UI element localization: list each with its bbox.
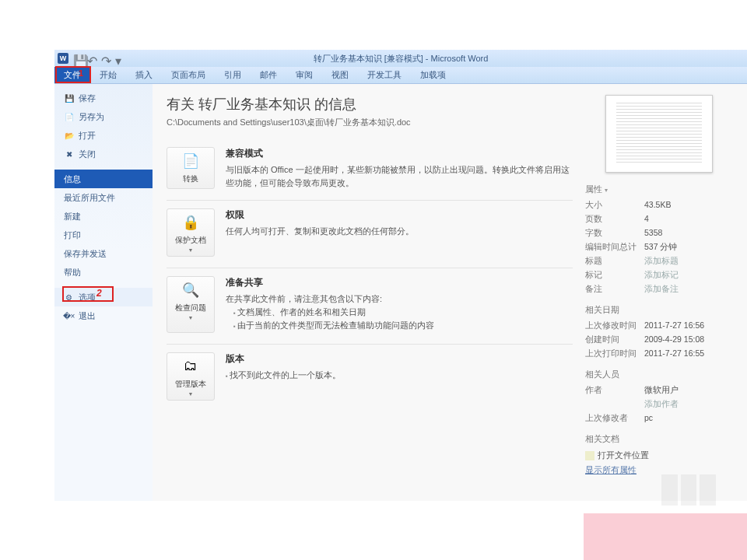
nav-save-send[interactable]: 保存并发送 <box>54 244 153 263</box>
perm-heading: 权限 <box>226 208 573 222</box>
related-people-heading: 相关人员 <box>585 369 733 380</box>
prop-pages-value: 4 <box>644 214 733 225</box>
manage-versions-tile[interactable]: 🗂 管理版本 ▼ <box>167 352 215 401</box>
properties-heading[interactable]: 属性 ▾ <box>585 184 733 195</box>
prop-printed-value: 2011-7-27 16:55 <box>644 348 733 359</box>
titlebar: W 💾 ↶ ↷ ▾ 转厂业务基本知识 [兼容模式] - Microsoft Wo… <box>54 50 747 67</box>
prop-tags-label: 标记 <box>585 270 644 281</box>
tab-references[interactable]: 引用 <box>215 67 251 83</box>
protect-document-tile[interactable]: 🔒 保护文档 ▼ <box>167 208 215 257</box>
prop-modified-label: 上次修改时间 <box>585 320 644 331</box>
prop-created-label: 创建时间 <box>585 334 644 345</box>
open-icon: 📂 <box>64 131 74 141</box>
prop-created-value: 2009-4-29 15:08 <box>644 334 733 345</box>
exit-icon: �× <box>64 311 74 321</box>
tab-file[interactable]: 文件 <box>54 67 90 83</box>
word-logo-icon: W <box>58 53 68 64</box>
tab-home[interactable]: 开始 <box>90 67 126 83</box>
inspect-icon: 🔍 <box>181 280 201 300</box>
tab-view[interactable]: 视图 <box>322 67 358 83</box>
versions-body: ▪ 找不到此文件的上一个版本。 <box>226 369 573 382</box>
nav-options[interactable]: ⚙选项 <box>54 288 153 306</box>
versions-heading: 版本 <box>226 352 573 366</box>
nav-recent[interactable]: 最近所用文件 <box>54 188 153 207</box>
nav-open[interactable]: 📂打开 <box>54 126 153 145</box>
prop-size-value: 43.5KB <box>644 200 733 211</box>
share-item-2: 由于当前的文件类型而无法检查辅助功能问题的内容 <box>233 319 573 333</box>
qat-more-icon[interactable]: ▾ <box>115 54 124 63</box>
prop-lastmodby-value: pc <box>644 413 733 424</box>
section-permissions: 🔒 保护文档 ▼ 权限 任何人均可打开、复制和更改此文档的任何部分。 <box>167 201 573 268</box>
window-title: 转厂业务基本知识 [兼容模式] - Microsoft Word <box>314 53 489 65</box>
prop-author-value: 微软用户 <box>644 385 733 396</box>
tab-page-layout[interactable]: 页面布局 <box>162 67 215 83</box>
backstage-nav: 💾保存 📄另存为 📂打开 ✖关闭 信息 最近所用文件 新建 打印 保存并发送 帮… <box>54 84 153 501</box>
prop-words-label: 字数 <box>585 228 644 239</box>
perm-body: 任何人均可打开、复制和更改此文档的任何部分。 <box>226 225 573 238</box>
folder-icon <box>585 451 594 460</box>
prop-size-label: 大小 <box>585 200 644 211</box>
tab-developer[interactable]: 开发工具 <box>358 67 411 83</box>
prop-edit-time-value: 537 分钟 <box>644 242 733 253</box>
nav-info[interactable]: 信息 <box>54 170 153 188</box>
share-heading: 准备共享 <box>226 276 573 289</box>
decorative-pink-bg <box>584 513 747 560</box>
tab-review[interactable]: 审阅 <box>286 67 322 83</box>
prop-printed-label: 上次打印时间 <box>585 348 644 359</box>
convert-icon: 📄 <box>181 151 201 171</box>
save-as-icon: 📄 <box>64 112 74 122</box>
nav-save[interactable]: 💾保存 <box>54 89 153 107</box>
chevron-down-icon: ▾ <box>605 187 608 194</box>
section-versions: 🗂 管理版本 ▼ 版本 ▪ 找不到此文件的上一个版本。 <box>167 345 573 411</box>
prop-title-label: 标题 <box>585 256 644 267</box>
document-thumbnail[interactable] <box>605 95 713 173</box>
compat-body: 与旧版本的 Office 一起使用时，某些新功能被禁用，以防止出现问题。转换此文… <box>226 163 573 189</box>
prop-comments-value[interactable]: 添加备注 <box>644 284 733 295</box>
properties-panel: 属性 ▾ 大小43.5KB 页数4 字数5358 编辑时间总计537 分钟 标题… <box>585 95 733 493</box>
qat-save-icon[interactable]: 💾 <box>73 54 82 63</box>
document-path: C:\Documents and Settings\user103\桌面\转厂业… <box>167 117 573 128</box>
page-title: 有关 转厂业务基本知识 的信息 <box>167 95 573 114</box>
close-icon: ✖ <box>64 149 74 159</box>
add-author[interactable]: 添加作者 <box>644 399 733 410</box>
prop-pages-label: 页数 <box>585 214 644 225</box>
options-icon: ⚙ <box>64 292 74 303</box>
prop-author-label: 作者 <box>585 385 644 396</box>
nav-save-as[interactable]: 📄另存为 <box>54 107 153 126</box>
section-compatibility: 📄 转换 兼容模式 与旧版本的 Office 一起使用时，某些新功能被禁用，以防… <box>167 139 573 201</box>
tab-addins[interactable]: 加载项 <box>411 67 455 83</box>
versions-icon: 🗂 <box>181 356 201 376</box>
nav-print[interactable]: 打印 <box>54 226 153 244</box>
qat-undo-icon[interactable]: ↶ <box>87 54 96 63</box>
decorative-bars <box>661 474 716 506</box>
convert-tile[interactable]: 📄 转换 <box>167 147 215 189</box>
qat-redo-icon[interactable]: ↷ <box>101 54 110 63</box>
nav-exit[interactable]: �× 退出 <box>54 306 153 325</box>
tab-mailings[interactable]: 邮件 <box>251 67 286 83</box>
open-file-location[interactable]: 打开文件位置 <box>585 450 733 461</box>
share-body: 在共享此文件前，请注意其包含以下内容: <box>226 292 573 306</box>
related-dates-heading: 相关日期 <box>585 304 733 316</box>
tab-insert[interactable]: 插入 <box>126 67 162 83</box>
section-prepare-sharing: 🔍 检查问题 ▼ 准备共享 在共享此文件前，请注意其包含以下内容: 文档属性、作… <box>167 268 573 345</box>
prop-title-value[interactable]: 添加标题 <box>644 256 733 267</box>
prop-edit-time-label: 编辑时间总计 <box>585 242 644 253</box>
nav-close[interactable]: ✖关闭 <box>54 145 153 163</box>
prop-modified-value: 2011-7-27 16:56 <box>644 320 733 331</box>
chevron-down-icon: ▼ <box>188 247 194 253</box>
prop-words-value: 5358 <box>644 228 733 239</box>
chevron-down-icon: ▼ <box>188 315 194 320</box>
nav-new[interactable]: 新建 <box>54 207 153 226</box>
prop-comments-label: 备注 <box>585 284 644 295</box>
save-icon: 💾 <box>64 93 74 103</box>
prop-lastmodby-label: 上次修改者 <box>585 413 644 424</box>
ribbon-tabs: 1 文件 开始 插入 页面布局 引用 邮件 审阅 视图 开发工具 加载项 <box>54 67 747 84</box>
lock-icon: 🔒 <box>181 212 201 233</box>
chevron-down-icon: ▼ <box>188 391 194 397</box>
prop-tags-value[interactable]: 添加标记 <box>644 270 733 281</box>
compat-heading: 兼容模式 <box>226 147 573 160</box>
share-item-1: 文档属性、作者的姓名和相关日期 <box>233 306 573 320</box>
related-docs-heading: 相关文档 <box>585 433 733 445</box>
check-issues-tile[interactable]: 🔍 检查问题 ▼ <box>167 276 215 333</box>
nav-help[interactable]: 帮助 <box>54 263 153 282</box>
